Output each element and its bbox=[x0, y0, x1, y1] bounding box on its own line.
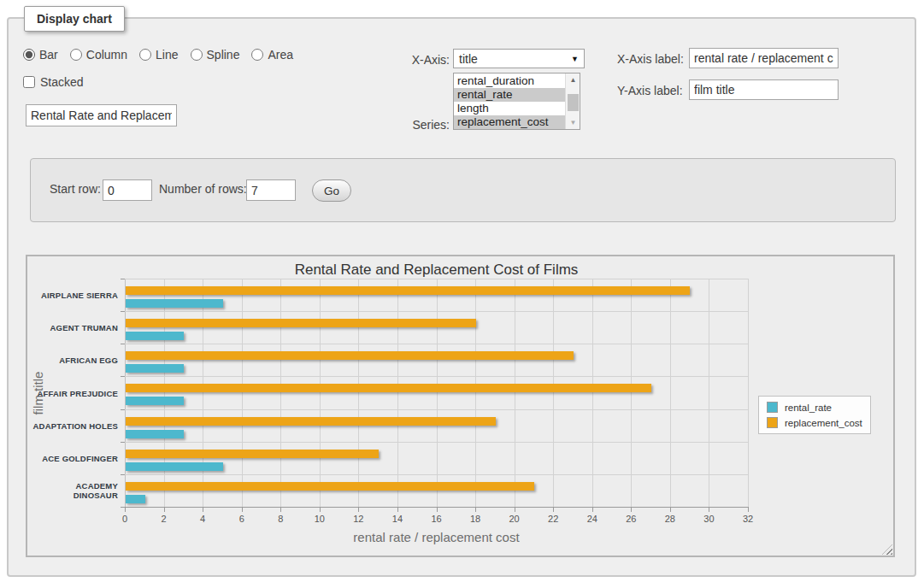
start-row-input[interactable] bbox=[103, 179, 152, 201]
number-of-rows-input[interactable] bbox=[246, 179, 296, 201]
series-option-rental_rate[interactable]: rental_rate bbox=[454, 88, 565, 102]
bar-rental_rate[interactable] bbox=[126, 495, 145, 503]
chart-legend: rental_ratereplacement_cost bbox=[758, 396, 871, 434]
start-row-label: Start row: bbox=[50, 182, 101, 196]
bar-rental_rate[interactable] bbox=[126, 299, 223, 308]
axis-tick bbox=[121, 442, 125, 443]
chart-type-radio-column[interactable] bbox=[70, 49, 82, 61]
legend-item-rental_rate[interactable]: rental_rate bbox=[767, 402, 862, 413]
x-axis-label-input[interactable] bbox=[689, 48, 839, 68]
chart-type-radio-spline[interactable] bbox=[191, 49, 203, 61]
bar-rental_rate[interactable] bbox=[126, 397, 184, 405]
gridline bbox=[125, 409, 748, 410]
chart-type-radio-group: BarColumnLineSplineArea bbox=[23, 48, 293, 62]
gridline bbox=[125, 474, 748, 475]
legend-swatch-rental_rate bbox=[767, 402, 778, 413]
x-axis-select-label: X-Axis: bbox=[393, 53, 450, 67]
bar-replacement_cost[interactable] bbox=[126, 319, 476, 327]
category-label: ACE GOLDFINGER bbox=[29, 453, 118, 462]
chart-title: Rental Rate and Replacement Cost of Film… bbox=[125, 262, 748, 279]
gridline bbox=[748, 279, 749, 507]
x-tick-label: 0 bbox=[122, 514, 127, 524]
series-option-length[interactable]: length bbox=[454, 102, 565, 115]
row-range-panel: Start row: Number of rows: Go bbox=[30, 158, 896, 222]
category-label: AFFAIR PREJUDICE bbox=[29, 388, 118, 397]
gridline bbox=[320, 279, 321, 507]
chart-type-radio-area[interactable] bbox=[251, 49, 263, 61]
gridline bbox=[164, 279, 165, 507]
scroll-up-icon[interactable]: ▲ bbox=[566, 73, 580, 86]
y-axis-label-label: Y-Axis label: bbox=[617, 84, 683, 97]
axis-tick bbox=[121, 474, 125, 475]
bar-rental_rate[interactable] bbox=[126, 332, 184, 340]
page: Display chart BarColumnLineSplineArea St… bbox=[0, 0, 924, 582]
chart-type-label: Area bbox=[268, 48, 293, 62]
display-chart-legend: Display chart bbox=[24, 6, 125, 32]
bar-rental_rate[interactable] bbox=[126, 430, 184, 438]
chart-container: Rental Rate and Replacement Cost of Film… bbox=[26, 255, 895, 557]
go-button[interactable]: Go bbox=[312, 179, 351, 202]
bar-replacement_cost[interactable] bbox=[126, 384, 651, 392]
gridline bbox=[670, 279, 671, 507]
chart-title-input[interactable] bbox=[26, 104, 177, 126]
series-listbox[interactable]: rental_durationrental_ratelengthreplacem… bbox=[453, 73, 580, 130]
x-tick-label: 28 bbox=[665, 514, 675, 524]
bar-replacement_cost[interactable] bbox=[126, 351, 574, 360]
x-tick-label: 32 bbox=[743, 514, 753, 524]
bar-rental_rate[interactable] bbox=[126, 462, 223, 471]
axis-tick bbox=[670, 508, 671, 512]
bar-replacement_cost[interactable] bbox=[126, 417, 496, 426]
chart-type-option-spline: Spline bbox=[191, 48, 240, 62]
chart-type-option-bar: Bar bbox=[23, 48, 58, 62]
chart-type-radio-line[interactable] bbox=[139, 49, 151, 61]
legend-label: replacement_cost bbox=[785, 418, 862, 428]
scrollbar-thumb[interactable] bbox=[568, 94, 579, 111]
x-axis-title: rental rate / replacement cost bbox=[125, 530, 748, 544]
number-of-rows-label: Number of rows: bbox=[159, 182, 247, 196]
chart-type-option-line: Line bbox=[139, 48, 178, 62]
gridline bbox=[125, 279, 748, 279]
gridline bbox=[125, 311, 748, 312]
chart-type-label: Bar bbox=[39, 48, 58, 62]
axis-tick bbox=[592, 508, 593, 512]
bar-replacement_cost[interactable] bbox=[126, 286, 690, 295]
axis-tick bbox=[631, 508, 632, 512]
x-tick-label: 24 bbox=[587, 514, 597, 524]
category-label: AFRICAN EGG bbox=[29, 356, 118, 365]
bar-replacement_cost[interactable] bbox=[126, 450, 379, 458]
series-option-replacement_cost[interactable]: replacement_cost bbox=[454, 115, 565, 129]
x-tick-label: 12 bbox=[353, 514, 363, 524]
x-tick-label: 14 bbox=[392, 514, 403, 524]
bar-replacement_cost[interactable] bbox=[126, 482, 534, 491]
stacked-checkbox[interactable] bbox=[23, 76, 35, 88]
x-tick-label: 10 bbox=[315, 514, 325, 524]
gridline bbox=[515, 279, 515, 507]
axis-tick bbox=[515, 508, 515, 512]
chart-type-label: Line bbox=[156, 48, 178, 62]
chart-type-label: Spline bbox=[207, 48, 240, 62]
legend-swatch-replacement_cost bbox=[767, 417, 778, 428]
stacked-checkbox-group: Stacked bbox=[23, 75, 84, 89]
gridline bbox=[125, 279, 126, 507]
x-axis-select[interactable]: title ▼ bbox=[453, 49, 585, 68]
series-option-rental_duration[interactable]: rental_duration bbox=[454, 74, 565, 88]
y-axis-label-input[interactable] bbox=[689, 79, 839, 100]
x-tick-label: 18 bbox=[470, 514, 480, 524]
axis-tick bbox=[280, 508, 281, 512]
stacked-label: Stacked bbox=[40, 75, 84, 89]
x-axis-line bbox=[125, 507, 749, 508]
gridline bbox=[125, 442, 748, 443]
legend-item-replacement_cost[interactable]: replacement_cost bbox=[767, 417, 862, 428]
gridline bbox=[553, 279, 554, 507]
x-tick-label: 4 bbox=[200, 514, 205, 524]
category-label: ACADEMY DINOSAUR bbox=[29, 481, 118, 500]
bar-rental_rate[interactable] bbox=[126, 364, 184, 373]
resize-handle-icon[interactable] bbox=[882, 544, 892, 555]
axis-tick bbox=[121, 376, 125, 377]
scroll-down-icon[interactable]: ▼ bbox=[566, 116, 580, 129]
chart-type-radio-bar[interactable] bbox=[23, 49, 35, 61]
axis-tick bbox=[125, 508, 126, 512]
x-axis-label-label: X-Axis label: bbox=[617, 52, 684, 66]
gridline bbox=[358, 279, 359, 507]
listbox-scrollbar[interactable]: ▲ ▼ bbox=[565, 73, 580, 129]
